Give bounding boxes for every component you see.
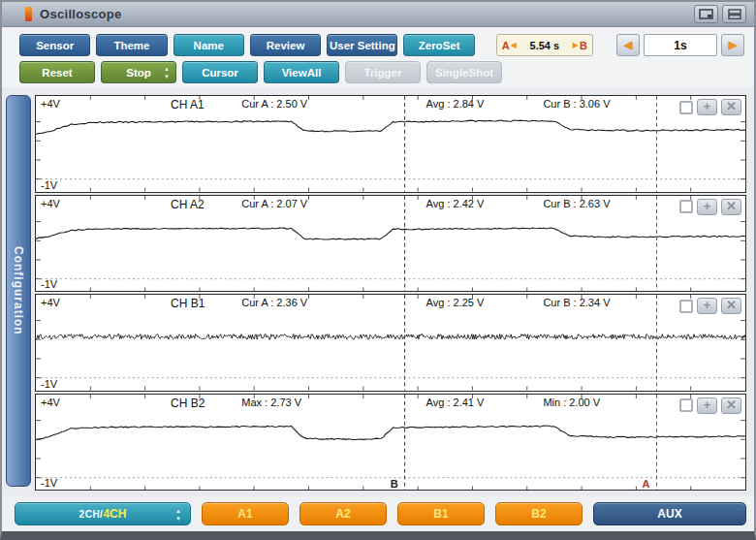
sensor-button-label: Sensor (36, 40, 74, 51)
channel-a1-button-label: A1 (237, 507, 252, 521)
channel-a2-button-label: A2 (335, 507, 350, 521)
zeroset-button-label: ZeroSet (419, 40, 460, 51)
plus-icon: + (704, 397, 711, 412)
channel-a1-button[interactable]: A1 (202, 502, 289, 525)
mode-spinner-icon[interactable]: ▲ ▼ (175, 507, 181, 523)
bottom-voltage-label: -1V (41, 179, 57, 191)
measurement-cur-a: Cur A : 2.36 V (241, 297, 307, 308)
top-voltage-label: +4V (41, 297, 60, 308)
reset-button[interactable]: Reset (19, 61, 95, 83)
channel-name: CH A2 (171, 198, 205, 211)
review-button-label: Review (267, 40, 305, 51)
close-icon: ✕ (726, 99, 737, 113)
restore-window-icon (699, 9, 713, 19)
timebase-control: ◀ 1s ▶ (616, 34, 744, 56)
cursor-a-label[interactable]: A (643, 478, 650, 490)
sensor-button[interactable]: Sensor (19, 34, 90, 56)
plus-icon: + (704, 99, 711, 113)
viewall-button-label: ViewAll (282, 67, 322, 79)
cursor-b-arrow-icon: ▶ (572, 41, 580, 49)
channel-name: CH B2 (171, 397, 205, 410)
channel-b1-button-label: B1 (433, 507, 448, 521)
ab-time-readout: A ◀ 5.54 s ▶ B (496, 34, 593, 56)
close-icon: ✕ (726, 298, 737, 312)
configuration-label: Configuration (12, 246, 25, 335)
main-area: Configuration +4V CH A1 Cur A : 2.50 V A… (2, 87, 754, 496)
close-channel-button[interactable]: ✕ (721, 397, 741, 414)
cursor-button-label: Cursor (202, 67, 238, 79)
top-voltage-label: +4V (41, 198, 60, 209)
close-icon: ✕ (726, 397, 737, 412)
waveform-b2 (36, 395, 745, 491)
mode-2ch-label: 2CH/ (79, 509, 104, 520)
measurement-avg: Avg : 2.25 V (426, 297, 485, 308)
close-channel-button[interactable]: ✕ (721, 298, 741, 314)
bottom-voltage-label: -1V (41, 477, 57, 489)
top-voltage-label: +4V (41, 98, 60, 110)
left-arrow-icon: ◀ (624, 39, 632, 51)
window-title: Oscilloscope (40, 7, 122, 21)
channel-b2-button[interactable]: B2 (495, 502, 583, 525)
aux-button-label: AUX (657, 507, 681, 521)
plus-icon: + (704, 199, 711, 213)
waveform-a1 (36, 96, 745, 192)
zeroset-button[interactable]: ZeroSet (403, 34, 474, 56)
cursor-b-indicator: B (580, 40, 587, 51)
name-button-label: Name (194, 40, 224, 51)
name-button[interactable]: Name (173, 34, 244, 56)
timebase-increase-button[interactable]: ▶ (721, 34, 744, 56)
review-button[interactable]: Review (250, 34, 321, 56)
restore-window-button[interactable] (694, 5, 718, 23)
channel-checkbox[interactable] (679, 398, 693, 412)
singleshot-button: SingleShot (426, 61, 502, 83)
channel-panels: +4V CH A1 Cur A : 2.50 V Avg : 2.84 V Cu… (35, 95, 746, 491)
channel-panel-a1: +4V CH A1 Cur A : 2.50 V Avg : 2.84 V Cu… (35, 95, 746, 193)
user-setting-button[interactable]: User Setting (327, 34, 397, 56)
channel-a2-button[interactable]: A2 (299, 502, 387, 525)
singleshot-button-label: SingleShot (435, 67, 493, 79)
close-channel-button[interactable]: ✕ (721, 99, 741, 115)
stop-spinner-icon[interactable]: ▲ ▼ (164, 65, 170, 80)
stop-button-label: Stop (126, 67, 151, 79)
aux-button[interactable]: AUX (593, 502, 746, 525)
channel-checkbox[interactable] (679, 200, 693, 213)
measurement-cur-a: Cur A : 2.07 V (241, 198, 307, 209)
theme-button[interactable]: Theme (96, 34, 167, 56)
titlebar: Oscilloscope (2, 2, 754, 27)
zoom-channel-button[interactable]: + (697, 199, 717, 215)
mode-4ch-label: 4CH (103, 507, 126, 521)
bottom-voltage-label: -1V (41, 378, 57, 390)
stop-button[interactable]: Stop ▲ ▼ (101, 61, 176, 83)
zoom-channel-button[interactable]: + (697, 99, 717, 115)
toolbar: Sensor Theme Name Review User Setting Ze… (2, 27, 754, 87)
measurement-avg: Avg : 2.41 V (426, 397, 485, 408)
timebase-value[interactable]: 1s (644, 34, 717, 56)
measurement-cur-a: Cur A : 2.50 V (241, 98, 307, 110)
close-channel-button[interactable]: ✕ (721, 199, 741, 215)
channel-mode-selector[interactable]: 2CH/ 4CH ▲ ▼ (15, 502, 191, 525)
viewall-button[interactable]: ViewAll (264, 61, 339, 83)
channel-b1-button[interactable]: B1 (397, 502, 485, 525)
waveform-b1 (36, 295, 745, 391)
cursor-a-arrow-icon: ◀ (510, 41, 518, 49)
right-arrow-icon: ▶ (729, 39, 737, 51)
measurement-cur-b: Cur B : 3.06 V (543, 98, 610, 110)
measurement-min: Min : 2.00 V (543, 397, 600, 408)
waveform-a2 (36, 196, 745, 292)
channel-checkbox[interactable] (679, 300, 693, 313)
channel-panel-b2: +4V CH B2 Max : 2.73 V Avg : 2.41 V Min … (35, 394, 746, 492)
timebase-decrease-button[interactable]: ◀ (616, 34, 640, 56)
channel-name: CH B1 (171, 297, 205, 310)
cursor-b-label[interactable]: B (391, 478, 398, 490)
close-icon: ✕ (726, 199, 737, 213)
cursor-button[interactable]: Cursor (182, 61, 258, 83)
minimize-window-icon (728, 9, 741, 19)
theme-button-label: Theme (113, 40, 149, 51)
zoom-channel-button[interactable]: + (697, 397, 717, 414)
minimize-window-button[interactable] (722, 5, 746, 23)
trigger-button: Trigger (345, 61, 421, 83)
zoom-channel-button[interactable]: + (697, 298, 717, 314)
channel-checkbox[interactable] (679, 101, 693, 114)
channel-panel-a2: +4V CH A2 Cur A : 2.07 V Avg : 2.42 V Cu… (35, 195, 746, 293)
configuration-tab[interactable]: Configuration (6, 95, 31, 487)
